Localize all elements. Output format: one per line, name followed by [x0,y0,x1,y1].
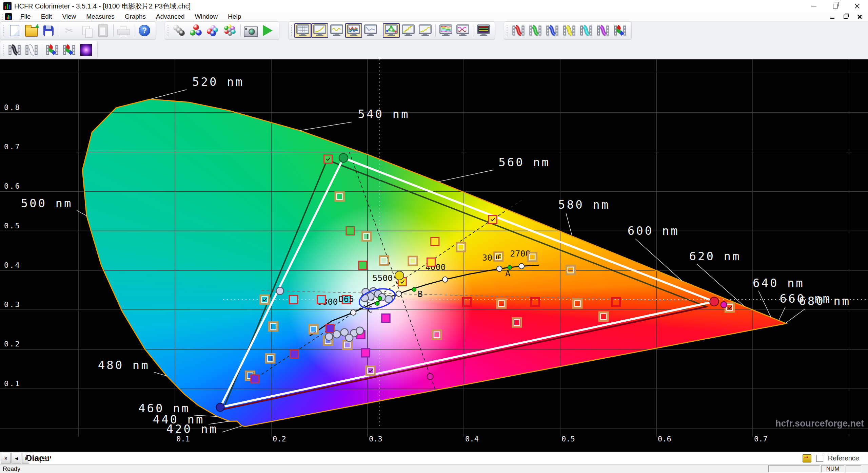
wavelength-leader-line [635,239,683,281]
measure-black-button[interactable] [6,42,23,57]
run-measures-button[interactable] [259,23,276,38]
toolbar-grip [1,14,3,20]
monitor-wave2-icon [456,24,470,37]
y-axis-tick-label: 0.6 [4,182,21,190]
window-title: HCFR Colorimeter - 3.5.1.4 - [8100 电影胶片2… [14,2,191,11]
y-axis-tick-label: 0.1 [4,379,21,388]
measure-all-colors-button[interactable] [222,23,239,38]
menu-edit[interactable]: Edit [36,13,57,21]
measure-point [427,258,435,266]
menu-file[interactable]: File [15,13,36,21]
minimize-icon [811,6,816,6]
about-button[interactable]: ? [136,23,153,38]
measure-point [324,155,332,163]
mdi-restore-button[interactable] [842,14,850,20]
magenta-point-marker [427,374,433,380]
measure-white-button[interactable] [23,42,40,57]
measure-near-white-button[interactable] [61,42,78,57]
view-luminance-button[interactable] [362,23,379,38]
minimize-button[interactable] [803,0,825,12]
view-wave-button[interactable] [328,23,345,38]
measure-point [568,267,574,273]
play-icon [263,25,273,36]
paste-button[interactable] [95,23,112,38]
reference-checkbox[interactable] [816,455,823,462]
menu-advanced[interactable]: Advanced [151,13,190,21]
measure-point [359,261,367,269]
print-button[interactable] [115,23,132,38]
illuminant-label: D65 [339,294,354,304]
measured-gray-point [333,330,340,338]
mdi-minimize-button[interactable] [829,14,836,20]
measure-yellow-button[interactable] [561,23,578,38]
blue-primary-marker [216,403,224,411]
open-file-button[interactable] [23,23,40,38]
view-gamma-button[interactable] [311,23,328,38]
monitor-bands-icon [439,24,453,37]
menu-graphs[interactable]: Graphs [120,13,151,21]
point-check-mark [369,369,373,372]
measure-secondaries-button[interactable] [205,23,222,38]
wavelength-leader-line [150,90,186,99]
measure-point [290,350,298,358]
cie-diagram-view[interactable]: 93005500400030002700ABCD65520 nm540 nm56… [0,59,868,452]
toolbar-grip [291,25,292,36]
measure-grayscale-button[interactable] [171,23,188,38]
view-display-button[interactable] [475,23,492,38]
status-pane-num: NUM [821,465,844,473]
mdi-restore-icon [844,15,848,19]
wavelength-label: 480 nm [98,358,150,372]
measure-point [600,314,606,319]
tab-close-button[interactable]: × [1,453,11,463]
measure-point [434,332,440,338]
snapshot-button[interactable] [242,23,259,38]
new-file-button[interactable] [6,23,23,38]
cut-button[interactable]: ✂ [61,23,78,38]
monitor-cie-icon [384,24,398,37]
view-rgb-levels-button[interactable] [345,23,362,38]
menu-measures[interactable]: Measures [81,13,119,21]
wavelength-leader-line [77,210,86,216]
measure-green-button[interactable] [527,23,544,38]
restore-button[interactable] [825,0,846,12]
view-gamma2-button[interactable] [400,23,417,38]
contrast-button[interactable] [78,42,95,57]
view-cie-diagram-button[interactable] [383,23,400,38]
menu-help[interactable]: Help [223,13,246,21]
tab-scroll-left-button[interactable]: ◄ [12,453,21,463]
measure-point [337,194,342,200]
status-pane-extra [846,465,861,473]
view-tracking-button[interactable] [417,23,434,38]
magenta-point-marker [721,302,727,308]
measure-blue-button[interactable] [544,23,561,38]
view-noise-button[interactable] [454,23,471,38]
measure-cyan-button[interactable] [578,23,595,38]
reference-gamut-triangle [220,158,714,407]
menu-window[interactable]: Window [190,13,223,21]
wavelength-label: 580 nm [558,198,610,211]
balls-rgb-icon [190,24,203,37]
wavelength-label: 420 nm [166,422,218,436]
measure-magenta-button[interactable] [595,23,612,38]
document-icon[interactable] [5,13,12,20]
view-measures-button[interactable] [294,23,311,38]
measure-point [382,314,390,322]
measure-rgb-button[interactable] [612,23,629,38]
menu-bar: FileEditViewMeasuresGraphsAdvancedWindow… [0,12,868,21]
title-bar: HCFR Colorimeter - 3.5.1.4 - [8100 电影胶片2… [0,0,868,13]
save-button[interactable] [40,23,57,38]
mdi-close-button[interactable] [856,14,863,20]
x-axis-tick-label: 0.6 [658,435,671,443]
close-button[interactable] [846,0,868,12]
measure-red-button[interactable] [510,23,527,38]
x-axis-tick-label: 0.7 [754,435,768,443]
measure-point [531,298,539,306]
menu-view[interactable]: View [57,13,81,21]
free-measure-icon[interactable] [803,454,811,462]
view-spectrum-button[interactable] [437,23,454,38]
wavelength-leader-line [779,307,786,321]
color-temperature-point [442,277,448,282]
measure-primaries-button[interactable] [188,23,205,38]
measure-near-black-button[interactable] [44,42,61,57]
copy-button[interactable] [78,23,95,38]
